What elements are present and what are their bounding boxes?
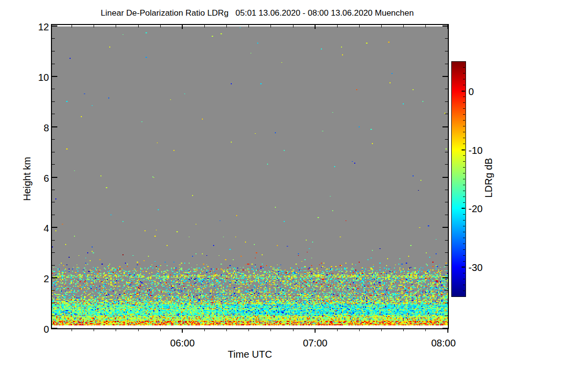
tick-mark (381, 25, 382, 27)
chart-title: Linear De-Polarization Ratio LDRg 05:01 … (101, 8, 414, 18)
x-tick-label: 08:00 (431, 337, 456, 349)
colorbar-tick-mark (462, 149, 465, 150)
tick-mark (226, 329, 227, 331)
tick-mark (226, 25, 227, 27)
tick-mark (425, 329, 426, 331)
colorbar-tick-mark (463, 238, 465, 238)
tick-mark (381, 329, 382, 331)
tick-mark (445, 114, 448, 114)
tick-mark (160, 329, 161, 331)
colorbar-tick-mark (463, 85, 465, 85)
colorbar-tick-mark (463, 161, 465, 162)
colorbar-tick-mark (463, 291, 465, 291)
tick-mark (138, 25, 139, 27)
colorbar-tick-mark (462, 208, 465, 209)
colorbar-tick-label: -30 (468, 262, 483, 273)
tick-mark (445, 303, 448, 303)
tick-mark (204, 25, 205, 27)
tick-mark (52, 202, 55, 202)
colorbar-tick-label: 0 (468, 86, 474, 98)
colorbar-tick-mark (463, 226, 465, 226)
heatmap-canvas (52, 26, 448, 325)
tick-mark (248, 329, 249, 331)
tick-mark (425, 25, 426, 27)
tick-mark (52, 51, 55, 51)
colorbar-tick-mark (463, 144, 465, 144)
tick-mark (445, 139, 448, 140)
y-tick-label: 8 (19, 122, 49, 134)
y-tick-label: 10 (19, 72, 49, 83)
tick-mark (270, 329, 271, 331)
y-axis-label: Height km (22, 157, 33, 201)
tick-mark (445, 240, 448, 241)
colorbar-tick-mark (463, 120, 465, 121)
tick-mark (445, 202, 448, 202)
colorbar-tick-mark (463, 97, 465, 97)
tick-mark (442, 126, 448, 127)
tick-mark (270, 25, 271, 27)
tick-mark (445, 290, 448, 291)
colorbar-tick-mark (463, 185, 465, 185)
y-tick-label: 0 (19, 323, 49, 335)
tick-mark (52, 64, 55, 64)
colorbar-tick-mark (463, 220, 465, 220)
tick-mark (52, 126, 57, 127)
tick-mark (337, 329, 338, 331)
colorbar-tick-mark (463, 108, 465, 109)
colorbar-tick-mark (463, 138, 465, 138)
tick-mark (442, 227, 448, 228)
tick-mark (52, 265, 55, 266)
tick-mark (445, 164, 448, 165)
tick-mark (442, 177, 448, 178)
tick-mark (445, 152, 448, 152)
tick-mark (52, 316, 55, 316)
colorbar-tick-mark (463, 255, 465, 256)
tick-mark (182, 329, 183, 333)
colorbar-tick-mark (463, 155, 465, 156)
tick-mark (293, 329, 294, 331)
colorbar-tick-mark (463, 126, 465, 126)
colorbar-tick-mark (463, 202, 465, 203)
colorbar-tick-mark (463, 173, 465, 173)
colorbar-label: LDRg dB (483, 158, 494, 197)
tick-mark (52, 240, 55, 241)
colorbar-tick-label: -20 (468, 203, 483, 215)
page: Linear De-Polarization Ratio LDRg 05:01 … (0, 0, 588, 392)
tick-mark (52, 277, 57, 278)
colorbar-tick-label: -10 (468, 145, 483, 156)
tick-mark (447, 329, 448, 333)
colorbar-tick-mark (462, 267, 465, 268)
tick-mark (52, 190, 55, 190)
tick-mark (52, 164, 55, 165)
tick-mark (359, 25, 360, 27)
tick-mark (52, 25, 57, 26)
colorbar-tick-mark (463, 167, 465, 168)
tick-mark (72, 25, 72, 27)
tick-mark (160, 25, 161, 27)
x-axis-label: Time UTC (228, 349, 272, 360)
tick-mark (442, 25, 448, 26)
tick-mark (52, 328, 57, 329)
tick-mark (94, 329, 94, 331)
x-tick-label: 06:00 (170, 337, 195, 349)
colorbar-tick-mark (463, 114, 465, 115)
tick-mark (445, 38, 448, 39)
colorbar-tick-mark (463, 232, 465, 232)
tick-mark (445, 215, 448, 215)
tick-mark (445, 51, 448, 51)
tick-mark (204, 329, 205, 331)
tick-mark (248, 25, 249, 27)
tick-mark (445, 64, 448, 64)
x-tick-label: 07:00 (303, 337, 327, 349)
tick-mark (52, 177, 57, 178)
tick-mark (445, 252, 448, 253)
tick-mark (52, 252, 55, 253)
y-tick-label: 12 (19, 21, 49, 33)
tick-mark (403, 329, 404, 331)
tick-mark (52, 227, 57, 228)
colorbar-tick-mark (463, 67, 465, 68)
colorbar-tick-mark (463, 73, 465, 74)
tick-mark (403, 25, 404, 27)
tick-mark (442, 277, 448, 278)
tick-mark (138, 329, 139, 331)
